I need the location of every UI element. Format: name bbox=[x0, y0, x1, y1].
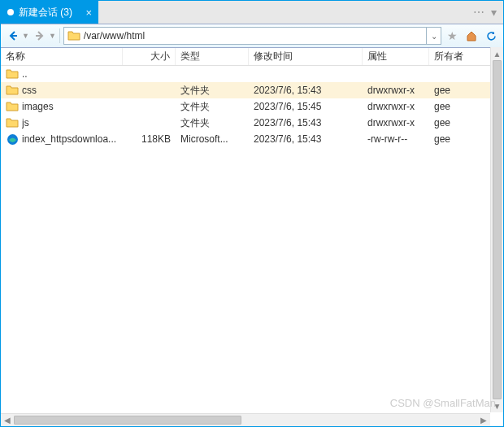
file-mtime bbox=[249, 66, 363, 82]
back-history-icon[interactable]: ▼ bbox=[22, 32, 29, 40]
file-mtime: 2023/7/6, 15:45 bbox=[249, 98, 363, 115]
table-row[interactable]: index_httpsdownloa...118KBMicrosoft...20… bbox=[1, 131, 503, 147]
vertical-scrollbar[interactable]: ▲ ▼ bbox=[490, 47, 503, 412]
folder-icon bbox=[6, 100, 19, 113]
file-mtime: 2023/7/6, 15:43 bbox=[249, 115, 363, 131]
arrow-left-icon bbox=[7, 30, 19, 41]
file-type: Microsoft... bbox=[176, 131, 249, 147]
close-tab-icon[interactable]: × bbox=[85, 7, 92, 19]
scroll-up-icon[interactable]: ▲ bbox=[491, 47, 503, 60]
horizontal-scrollbar[interactable]: ◀ ▶ bbox=[1, 413, 490, 426]
file-size bbox=[123, 82, 176, 98]
back-button[interactable] bbox=[4, 27, 22, 45]
session-indicator-icon bbox=[7, 9, 14, 15]
watermark: CSDN @SmallFatMan bbox=[390, 397, 496, 409]
file-type: 文件夹 bbox=[176, 115, 249, 131]
bookmark-button[interactable]: ★ bbox=[443, 27, 461, 45]
file-type: 文件夹 bbox=[176, 98, 249, 115]
folder-icon bbox=[64, 30, 84, 41]
scroll-thumb-v[interactable] bbox=[493, 60, 502, 399]
address-dropdown-icon[interactable]: ⌄ bbox=[426, 28, 441, 44]
file-attr: drwxrwxr-x bbox=[363, 82, 429, 98]
header-size[interactable]: 大小 bbox=[123, 48, 176, 65]
file-mtime: 2023/7/6, 15:43 bbox=[249, 82, 363, 98]
refresh-button[interactable] bbox=[482, 27, 500, 45]
header-attr[interactable]: 属性 bbox=[363, 48, 429, 65]
chevron-down-icon[interactable]: ▾ bbox=[491, 6, 497, 19]
file-name: images bbox=[22, 101, 54, 112]
scroll-right-icon[interactable]: ▶ bbox=[477, 414, 490, 426]
file-name: css bbox=[22, 85, 37, 96]
edge-icon bbox=[6, 133, 19, 146]
arrow-right-icon bbox=[34, 30, 46, 41]
file-attr: drwxrwxr-x bbox=[363, 115, 429, 131]
file-size bbox=[123, 115, 176, 131]
table-row[interactable]: js文件夹2023/7/6, 15:43drwxrwxr-xgee bbox=[1, 115, 503, 131]
titlebar-controls: ⋯ ▾ bbox=[473, 1, 503, 24]
separator bbox=[59, 28, 60, 43]
scroll-left-icon[interactable]: ◀ bbox=[1, 414, 14, 426]
column-headers[interactable]: 名称 大小 类型 修改时间 属性 所有者 bbox=[1, 48, 503, 66]
forward-button[interactable] bbox=[31, 27, 49, 45]
file-type: 文件夹 bbox=[176, 82, 249, 98]
more-icon[interactable]: ⋯ bbox=[473, 6, 484, 19]
file-listing: 名称 大小 类型 修改时间 属性 所有者 ..css文件夹2023/7/6, 1… bbox=[1, 48, 503, 426]
file-mtime: 2023/7/6, 15:43 bbox=[249, 131, 363, 147]
table-row[interactable]: .. bbox=[1, 66, 503, 82]
scroll-thumb-h[interactable] bbox=[14, 416, 241, 425]
file-attr bbox=[363, 66, 429, 82]
folder-icon bbox=[6, 116, 19, 129]
toolbar: ▼ ▼ ⌄ ★ bbox=[1, 24, 503, 48]
file-rows: ..css文件夹2023/7/6, 15:43drwxrwxr-xgeeimag… bbox=[1, 66, 503, 426]
tab-title: 新建会话 (3) bbox=[19, 6, 80, 20]
folder-up-icon bbox=[6, 68, 19, 81]
header-mtime[interactable]: 修改时间 bbox=[249, 48, 363, 65]
scroll-track-h bbox=[241, 414, 477, 426]
file-size: 118KB bbox=[123, 131, 176, 147]
home-icon bbox=[466, 30, 477, 41]
file-attr: -rw-rw-r-- bbox=[363, 131, 429, 147]
file-name: .. bbox=[22, 68, 28, 80]
refresh-icon bbox=[485, 30, 497, 42]
table-row[interactable]: css文件夹2023/7/6, 15:43drwxrwxr-xgee bbox=[1, 82, 503, 98]
home-button[interactable] bbox=[463, 27, 480, 45]
titlebar: 新建会话 (3) × ⋯ ▾ bbox=[1, 1, 503, 24]
file-size bbox=[123, 66, 176, 82]
file-name: index_httpsdownloa... bbox=[22, 133, 116, 145]
path-input[interactable] bbox=[84, 30, 426, 41]
folder-icon bbox=[6, 84, 19, 97]
file-size bbox=[123, 98, 176, 115]
file-type bbox=[176, 66, 249, 82]
header-type[interactable]: 类型 bbox=[176, 48, 249, 65]
file-name: js bbox=[22, 117, 29, 129]
forward-history-icon[interactable]: ▼ bbox=[49, 32, 56, 40]
session-tab[interactable]: 新建会话 (3) × bbox=[1, 1, 98, 24]
file-attr: drwxrwxr-x bbox=[363, 98, 429, 115]
table-row[interactable]: images文件夹2023/7/6, 15:45drwxrwxr-xgee bbox=[1, 98, 503, 115]
header-name[interactable]: 名称 bbox=[1, 48, 123, 65]
address-bar[interactable]: ⌄ bbox=[63, 27, 441, 45]
